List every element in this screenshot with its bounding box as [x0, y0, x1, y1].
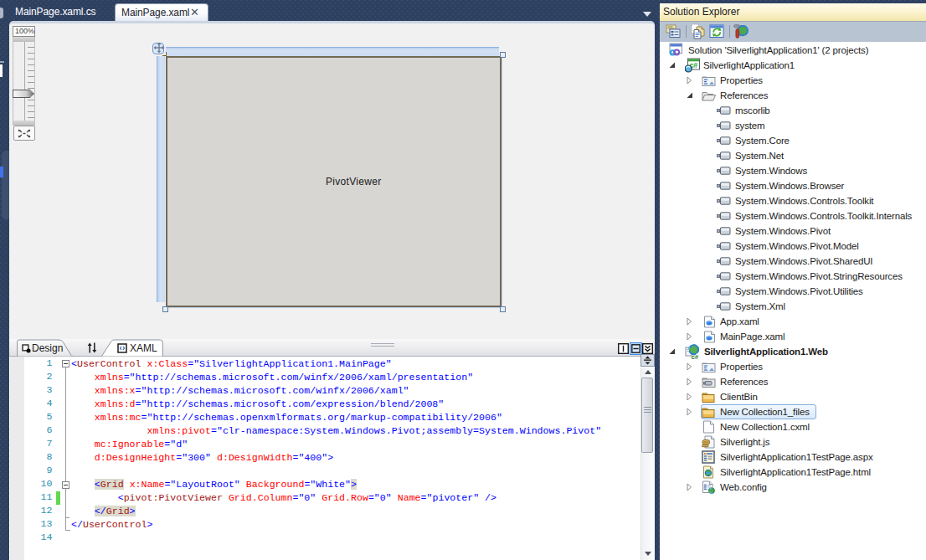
svg-text:c#: c# — [692, 353, 699, 360]
